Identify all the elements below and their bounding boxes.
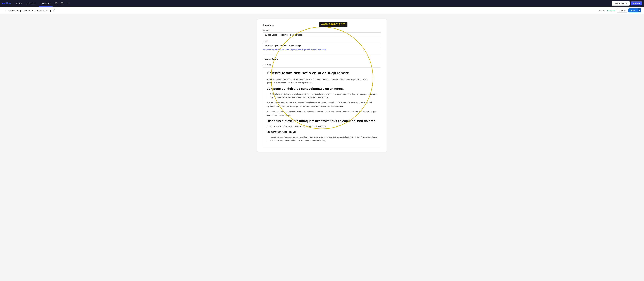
post-paragraph-3: Id ut quae aut libero. Dolores vero dolo… [267, 110, 377, 117]
nav-tab-pages[interactable]: Pages [14, 0, 24, 7]
post-heading-2: Voluptate qui delectus sunt voluptates e… [267, 87, 377, 91]
status-label: Status: [598, 9, 604, 12]
post-heading-1: Deleniti totam distinctio enim ea fugit … [267, 71, 377, 76]
custom-fields-title: Custom fields [263, 58, 381, 61]
content-panel: 各項目を編集できます Basic info Name * Slug * mais… [257, 19, 387, 152]
post-blockquote-1: Quia quia sapiente iste iure officia sus… [267, 93, 377, 99]
publish-button[interactable]: Publish [631, 1, 642, 6]
nav-tab-collections[interactable]: Collections [24, 0, 38, 7]
cancel-button[interactable]: Cancel [617, 8, 628, 13]
slug-field-group: Slug * mais-marvelous-site-8d478b.webflo… [263, 40, 381, 51]
webflow-logo: webflow [2, 2, 11, 5]
name-label: Name * [263, 29, 381, 32]
post-blockquote-2: Accusantium quo sapiente corrupti archit… [267, 135, 377, 142]
post-body-label: Post Body [263, 64, 381, 66]
save-dropdown-button[interactable]: ▾ [638, 9, 641, 13]
page-title: 15 Best Blogs To Follow About Web Design [9, 9, 598, 12]
post-body-content: Deleniti totam distinctio enim ea fugit … [263, 68, 381, 147]
slug-url-suffix: 15-best-blogs-to-follow-about-web-design [296, 49, 326, 51]
post-paragraph-2: Id quas consequatur voluptatum quibusdam… [267, 101, 377, 108]
post-heading-3: Blanditiis aut est iste numquam necessit… [267, 119, 377, 123]
secondary-bar: 15 Best Blogs To Follow About Web Design… [0, 7, 644, 15]
svg-point-0 [56, 3, 56, 4]
name-field-group: Name * [263, 29, 381, 37]
slug-label: Slug * [263, 40, 381, 42]
status-area: Status: Published [598, 9, 615, 12]
share-icon[interactable] [53, 9, 55, 12]
back-to-live-button[interactable]: Back to live site [612, 1, 630, 6]
top-nav: webflow Pages Collections Blog Posts Bac… [0, 0, 644, 7]
nav-icons [53, 1, 71, 6]
post-paragraph-4: Saepe placeat quis. Voluptate ut cupidit… [267, 125, 377, 128]
name-required-star: * [268, 29, 269, 32]
tooltip-badge: 各項目を編集できます [319, 22, 348, 27]
post-paragraph-1: Et tenetur ipsum ut nemo quo. Dolorem la… [267, 78, 377, 85]
globe-icon[interactable] [59, 1, 65, 6]
name-input[interactable] [263, 32, 381, 37]
status-value: Published [606, 9, 615, 12]
slug-input[interactable] [263, 43, 381, 48]
undo-icon[interactable] [65, 1, 71, 6]
slug-url-hint: mais-marvelous-site-8d478b.webflow.io/po… [263, 49, 381, 51]
save-button[interactable]: Save [628, 9, 638, 13]
main-content: 各項目を編集できます Basic info Name * Slug * mais… [0, 15, 644, 156]
nav-tab-blog-posts[interactable]: Blog Posts [38, 0, 53, 7]
back-arrow-button[interactable] [3, 9, 7, 13]
post-heading-4: Quaerat earum illo vel. [267, 130, 377, 134]
save-group: Save ▾ [628, 9, 641, 13]
settings-icon[interactable] [53, 1, 59, 6]
slug-required-star: * [267, 40, 268, 42]
